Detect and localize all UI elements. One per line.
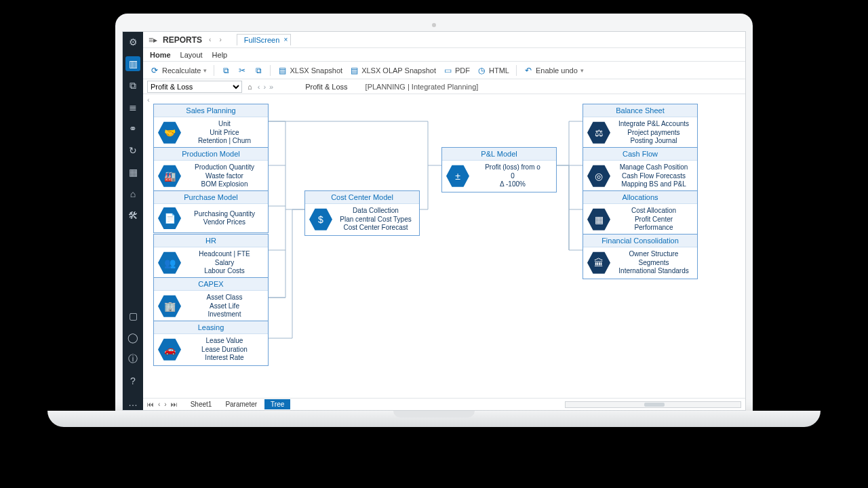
card-lines: Lease ValueLease DurationInterest Rate xyxy=(185,337,264,363)
card-lines: Purchasing QuantityVendor Prices xyxy=(185,210,264,227)
card-lines: Headcount | FTESalaryLabour Costs xyxy=(185,250,264,276)
card-hr[interactable]: HR👥Headcount | FTESalaryLabour Costs xyxy=(153,234,269,279)
card-lines: Cost AllocationProfit CenterPerformance xyxy=(614,207,693,232)
rail-item-5[interactable]: ↻ xyxy=(125,143,140,158)
breadcrumb: Profit & Loss xyxy=(305,83,347,91)
rail-bottom-0[interactable]: ▢ xyxy=(125,308,140,323)
card-lines: Integrate P&L AccountsProject paymentsPo… xyxy=(614,120,693,146)
card-pl[interactable]: P&L Model±Profit (loss) from o0Δ -100% xyxy=(441,147,557,192)
pdf-button[interactable]: ▭PDF xyxy=(443,66,470,75)
rail-bottom-1[interactable]: ◯ xyxy=(125,330,140,345)
xlsx-icon: ▤ xyxy=(277,66,287,75)
card-purch[interactable]: Purchase Model📄Purchasing QuantityVendor… xyxy=(153,190,269,233)
context-label: [PLANNING | Integrated Planning] xyxy=(366,83,479,91)
card-title: HR xyxy=(154,235,268,247)
scroll-thumb[interactable] xyxy=(644,403,665,407)
trackpad-notch xyxy=(393,411,475,418)
bs-icon: ⚖ xyxy=(587,121,610,144)
collapse-icon[interactable]: ‹ xyxy=(147,96,150,104)
screen-bezel: ⚙▥⧉≣⚭↻▦⌂🛠▢◯ⓘ?… ≡▸ REPORTS ‹ › FullScreen… xyxy=(115,14,753,411)
card-lines: UnitUnit PriceRetention | Churn xyxy=(185,120,264,146)
refresh-icon: ⟳ xyxy=(150,66,159,75)
sheet-last[interactable]: ⏭ xyxy=(171,401,178,408)
toolbar: ⟳Recalculate▾ ⧉ ✂ ⧉ ▤XLSX Snapshot ▤XLSX… xyxy=(143,62,745,79)
fc-icon: 🏛 xyxy=(587,251,610,274)
rail-bottom-4[interactable]: … xyxy=(125,395,140,410)
menu-layout[interactable]: Layout xyxy=(180,51,203,59)
rail-item-7[interactable]: ⌂ xyxy=(125,186,140,201)
card-capex[interactable]: CAPEX🏢Asset ClassAsset LifeInvestment xyxy=(153,277,269,323)
tab-label: FullScreen xyxy=(244,36,280,44)
copy-button[interactable]: ⧉ xyxy=(221,66,231,75)
cut-icon: ✂ xyxy=(237,66,247,75)
home-icon[interactable]: ⌂ xyxy=(248,83,252,91)
laptop-base xyxy=(47,411,821,427)
card-title: Allocations xyxy=(583,191,697,204)
prod-icon: 🏭 xyxy=(158,165,181,188)
card-cf[interactable]: Cash Flow◎Manage Cash PositionCash Flow … xyxy=(583,147,698,192)
menu-icon[interactable]: ≡▸ xyxy=(149,35,157,45)
title-bar: ≡▸ REPORTS ‹ › FullScreen × xyxy=(143,32,745,48)
xlsx-snapshot-button[interactable]: ▤XLSX Snapshot xyxy=(277,66,342,75)
sheet-next[interactable]: › xyxy=(164,401,166,408)
card-lines: Manage Cash PositionCash Flow ForecastsM… xyxy=(614,163,693,189)
rail-bottom-3[interactable]: ? xyxy=(125,373,140,388)
rail-item-6[interactable]: ▦ xyxy=(125,165,140,180)
model-select[interactable]: Profit & Loss xyxy=(147,81,242,93)
card-bs[interactable]: Balance Sheet⚖Integrate P&L AccountsProj… xyxy=(583,104,698,149)
rail-item-2[interactable]: ⧉ xyxy=(125,78,140,93)
sheet-bar: ⏮ ‹ › ⏭ Sheet1ParameterTree xyxy=(143,398,745,410)
tab-fullscreen[interactable]: FullScreen × xyxy=(237,34,292,45)
nav-next[interactable]: › xyxy=(218,36,222,43)
card-cc[interactable]: Cost Center Model$Data CollectionPlan ce… xyxy=(304,190,420,236)
cc-icon: $ xyxy=(309,208,332,231)
paste-icon: ⧉ xyxy=(254,66,263,75)
menu-help[interactable]: Help xyxy=(212,51,228,59)
card-alloc[interactable]: Allocations▦Cost AllocationProfit Center… xyxy=(583,190,698,236)
cut-button[interactable]: ✂ xyxy=(237,66,247,75)
laptop-frame: ⚙▥⧉≣⚭↻▦⌂🛠▢◯ⓘ?… ≡▸ REPORTS ‹ › FullScreen… xyxy=(115,14,753,427)
nav-prev[interactable]: ‹ xyxy=(208,36,212,43)
sheet-prev[interactable]: ‹ xyxy=(158,401,160,408)
rail-item-4[interactable]: ⚭ xyxy=(125,121,140,136)
sheet-tab-parameter[interactable]: Parameter xyxy=(219,399,263,409)
sheet-first[interactable]: ⏮ xyxy=(147,401,154,408)
html-button[interactable]: ◷HTML xyxy=(477,66,509,75)
xlsx-olap-icon: ▤ xyxy=(349,66,359,75)
purch-icon: 📄 xyxy=(158,207,181,230)
card-title: Production Model xyxy=(154,148,268,161)
card-leasing[interactable]: Leasing🚗Lease ValueLease DurationInteres… xyxy=(153,321,269,366)
card-title: Leasing xyxy=(154,321,268,334)
app-title: REPORTS xyxy=(163,35,202,45)
diagram-canvas[interactable]: ‹ xyxy=(143,94,745,398)
xlsx-olap-button[interactable]: ▤XLSX OLAP Snapshot xyxy=(349,66,436,75)
sheet-tab-tree[interactable]: Tree xyxy=(264,399,290,409)
card-sales[interactable]: Sales Planning🤝UnitUnit PriceRetention |… xyxy=(153,104,269,149)
card-lines: Asset ClassAsset LifeInvestment xyxy=(185,293,264,319)
rail-bottom-2[interactable]: ⓘ xyxy=(125,352,140,367)
rail-item-8[interactable]: 🛠 xyxy=(125,208,140,223)
enable-undo-button[interactable]: ↶Enable undo▾ xyxy=(524,66,584,75)
menu-home[interactable]: Home xyxy=(150,51,171,59)
sheet-tab-sheet1[interactable]: Sheet1 xyxy=(184,399,218,409)
alloc-icon: ▦ xyxy=(587,208,610,231)
breadcrumb-nav[interactable]: ‹ › » xyxy=(258,83,275,91)
card-title: CAPEX xyxy=(154,278,268,291)
chevron-down-icon: ▾ xyxy=(580,67,584,74)
card-title: Sales Planning xyxy=(154,104,268,117)
paste-button[interactable]: ⧉ xyxy=(254,66,263,75)
close-icon[interactable]: × xyxy=(283,36,288,43)
rail-item-1[interactable]: ▥ xyxy=(125,56,140,71)
recalculate-button[interactable]: ⟳Recalculate▾ xyxy=(150,66,207,75)
pl-icon: ± xyxy=(446,165,469,188)
sales-icon: 🤝 xyxy=(158,121,181,144)
sheet-tabs: Sheet1ParameterTree xyxy=(184,399,291,409)
card-fc[interactable]: Financial Consolidation🏛Owner StructureS… xyxy=(583,234,698,279)
card-title: Purchase Model xyxy=(154,191,268,204)
h-scrollbar[interactable] xyxy=(565,401,741,408)
rail-item-3[interactable]: ≣ xyxy=(125,100,140,115)
leasing-icon: 🚗 xyxy=(158,338,181,361)
rail-item-0[interactable]: ⚙ xyxy=(125,35,140,49)
nav-rail: ⚙▥⧉≣⚭↻▦⌂🛠▢◯ⓘ?… xyxy=(123,32,143,410)
card-prod[interactable]: Production Model🏭Production QuantityWast… xyxy=(153,147,269,192)
